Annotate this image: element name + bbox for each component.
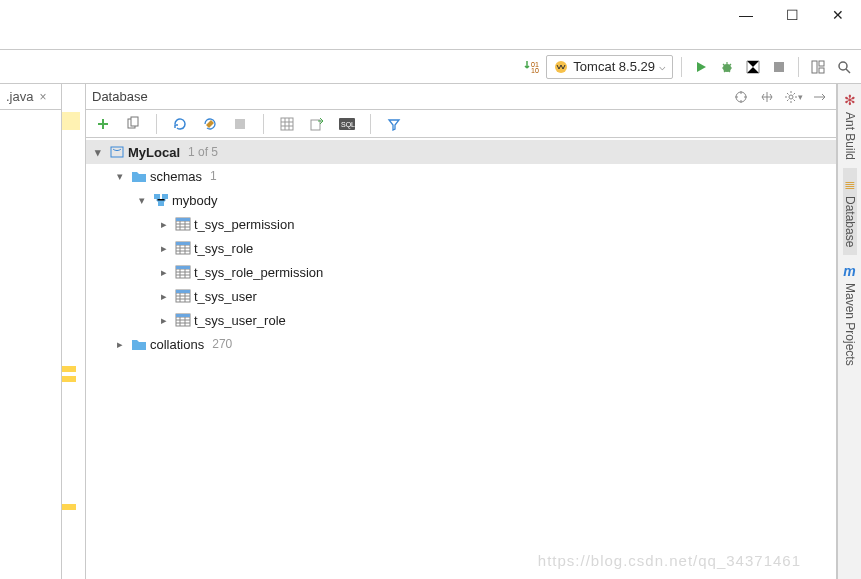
expand-arrow-icon[interactable] — [156, 218, 172, 231]
svg-rect-13 — [235, 119, 245, 129]
collations-count: 270 — [212, 337, 232, 351]
expand-arrow-icon[interactable] — [134, 194, 150, 207]
copy-icon[interactable] — [122, 113, 144, 135]
export-icon[interactable] — [306, 113, 328, 135]
database-tab-label: Database — [843, 196, 857, 247]
gutter-mark — [62, 366, 76, 372]
expand-arrow-icon[interactable] — [156, 290, 172, 303]
editor-gutter — [62, 84, 86, 579]
folder-icon — [130, 169, 148, 183]
tomcat-icon — [553, 59, 569, 75]
svg-rect-31 — [176, 314, 190, 317]
main-layout: .java × Database ▾ — [0, 84, 861, 579]
svg-rect-23 — [176, 218, 190, 221]
gutter-mark — [62, 504, 76, 510]
expand-arrow-icon[interactable] — [112, 338, 128, 351]
svg-point-8 — [839, 62, 847, 70]
tree-table[interactable]: t_sys_role_permission — [86, 260, 836, 284]
stop-button[interactable] — [768, 56, 790, 78]
run-config-dropdown[interactable]: Tomcat 8.5.29 ⌵ — [546, 55, 673, 79]
database-tree[interactable]: MyLocal 1 of 5 schemas 1 mybody — [86, 138, 836, 579]
separator — [681, 57, 682, 77]
panel-title: Database — [92, 89, 730, 104]
table-view-icon[interactable] — [276, 113, 298, 135]
datasource-label: MyLocal — [128, 145, 180, 160]
tree-datasource[interactable]: MyLocal 1 of 5 — [86, 140, 836, 164]
sql-console-icon[interactable]: SQL — [336, 113, 358, 135]
database-panel-header: Database ▾ — [86, 84, 836, 110]
separator — [798, 57, 799, 77]
editor-tab[interactable]: .java × — [0, 84, 61, 110]
search-button[interactable] — [833, 56, 855, 78]
coverage-button[interactable] — [742, 56, 764, 78]
table-label: t_sys_permission — [194, 217, 294, 232]
db-cylinder-icon: ≣ — [844, 176, 856, 192]
target-icon[interactable] — [730, 86, 752, 108]
expand-arrow-icon[interactable] — [156, 314, 172, 327]
gear-icon[interactable]: ▾ — [782, 86, 804, 108]
table-label: t_sys_user_role — [194, 313, 286, 328]
filter-icon[interactable] — [383, 113, 405, 135]
schemas-count: 1 — [210, 169, 217, 183]
layout-button[interactable] — [807, 56, 829, 78]
gutter-mark — [62, 376, 76, 382]
menu-strip — [0, 30, 861, 50]
stop-small-icon[interactable] — [229, 113, 251, 135]
wrench-refresh-icon[interactable] — [199, 113, 221, 135]
tree-collations-folder[interactable]: collations 270 — [86, 332, 836, 356]
svg-rect-21 — [158, 201, 164, 206]
maven-m-icon: m — [843, 263, 855, 279]
chevron-down-icon: ⌵ — [659, 60, 666, 73]
database-panel: Database ▾ SQL — [86, 84, 837, 579]
editor-area: .java × — [0, 84, 62, 579]
plus-icon[interactable] — [92, 113, 114, 135]
tree-schemas-folder[interactable]: schemas 1 — [86, 164, 836, 188]
svg-rect-18 — [111, 147, 123, 157]
folder-icon — [130, 337, 148, 351]
collapse-icon[interactable] — [808, 86, 830, 108]
minimize-button[interactable]: — — [723, 0, 769, 30]
ant-icon: ✻ — [844, 92, 856, 108]
table-label: t_sys_role_permission — [194, 265, 323, 280]
window-controls: — ☐ ✕ — [723, 0, 861, 30]
table-label: t_sys_role — [194, 241, 253, 256]
svg-rect-20 — [162, 194, 168, 199]
split-icon[interactable] — [756, 86, 778, 108]
expand-arrow-icon[interactable] — [156, 242, 172, 255]
run-button[interactable] — [690, 56, 712, 78]
expand-arrow-icon[interactable] — [156, 266, 172, 279]
expand-arrow-icon[interactable] — [90, 146, 106, 159]
ant-build-label: Ant Build — [843, 112, 857, 160]
database-connection-icon — [108, 144, 126, 160]
tree-table[interactable]: t_sys_role — [86, 236, 836, 260]
svg-text:SQL: SQL — [341, 121, 355, 129]
tree-table[interactable]: t_sys_permission — [86, 212, 836, 236]
database-toolbar: SQL — [86, 110, 836, 138]
datasource-count: 1 of 5 — [188, 145, 218, 159]
editor-tab-label: .java — [6, 89, 33, 104]
ant-build-tab[interactable]: ✻ Ant Build — [843, 84, 857, 168]
tree-schema[interactable]: mybody — [86, 188, 836, 212]
svg-rect-27 — [176, 266, 190, 269]
refresh-icon[interactable] — [169, 113, 191, 135]
schema-label: mybody — [172, 193, 218, 208]
table-icon — [174, 289, 192, 303]
separator — [263, 114, 264, 134]
table-icon — [174, 265, 192, 279]
table-label: t_sys_user — [194, 289, 257, 304]
tree-table[interactable]: t_sys_user_role — [86, 308, 836, 332]
database-tab[interactable]: ≣ Database — [843, 168, 857, 255]
tree-table[interactable]: t_sys_user — [86, 284, 836, 308]
maven-tab[interactable]: m Maven Projects — [843, 255, 857, 374]
svg-rect-29 — [176, 290, 190, 293]
expand-arrow-icon[interactable] — [112, 170, 128, 183]
table-icon — [174, 241, 192, 255]
schema-icon — [152, 193, 170, 207]
right-tool-strip: ✻ Ant Build ≣ Database m Maven Projects — [837, 84, 861, 579]
maximize-button[interactable]: ☐ — [769, 0, 815, 30]
debug-button[interactable] — [716, 56, 738, 78]
close-tab-icon[interactable]: × — [39, 90, 46, 104]
close-button[interactable]: ✕ — [815, 0, 861, 30]
table-icon — [174, 217, 192, 231]
download-small-icon[interactable]: 0110 — [520, 56, 542, 78]
